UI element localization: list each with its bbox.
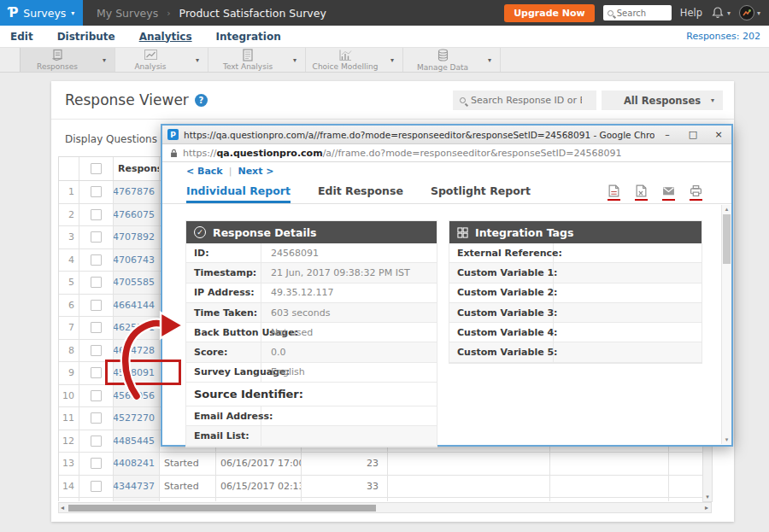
excel-document-icon <box>636 184 647 197</box>
response-details-panel: ✓ Response Details ID:24568091 Timestamp… <box>185 220 437 447</box>
row-checkbox[interactable] <box>91 277 102 288</box>
choice-modelling-icon <box>338 49 353 61</box>
table-row: 1324408241Started06/16/2017 17:00:2023 <box>59 453 710 476</box>
surveys-product-menu[interactable]: Ƥ Surveys ▾ <box>0 0 83 26</box>
row-checkbox[interactable] <box>91 322 102 333</box>
response-id-link[interactable]: 24664144 <box>114 295 160 317</box>
response-search[interactable] <box>453 91 596 110</box>
page-url: https://qa.questionpro.com/a//frame.do?m… <box>183 148 621 159</box>
notifications-menu[interactable]: ▾ <box>711 6 731 20</box>
tab-edit-response[interactable]: Edit Response <box>318 184 403 203</box>
response-id-link[interactable]: 24625131 <box>114 317 160 339</box>
next-link[interactable]: Next > <box>238 166 273 177</box>
table-row: 1524173145Started06/14/2017 12:04:4521 <box>59 498 710 501</box>
response-editor-window: P https://qa.questionpro.com/a//frame.do… <box>161 124 733 447</box>
toolbar-text-analysis[interactable]: Text Analysis ▾ <box>211 48 306 72</box>
response-id-link[interactable]: 24485445 <box>114 430 160 453</box>
text-analysis-icon <box>242 49 254 61</box>
row-checkbox[interactable] <box>91 390 102 401</box>
chevron-down-icon[interactable]: ▾ <box>187 56 208 64</box>
response-id-link[interactable]: 24705585 <box>114 272 160 294</box>
chevron-down-icon: ▾ <box>757 9 760 17</box>
scroll-left-icon[interactable]: ◂ <box>61 504 64 512</box>
response-id-link[interactable]: 24527270 <box>114 407 160 430</box>
toolbar-manage-data[interactable]: Manage Data ▾ <box>406 48 501 72</box>
account-menu[interactable]: ▾ <box>739 5 760 20</box>
avatar <box>739 5 754 20</box>
chevron-down-icon[interactable]: ▾ <box>479 56 500 64</box>
scroll-down-icon[interactable]: ▾ <box>722 436 731 443</box>
row-checkbox[interactable] <box>91 345 102 356</box>
scrollbar-thumb[interactable] <box>723 214 731 264</box>
maximize-button[interactable]: □ <box>680 126 706 143</box>
chevron-down-icon: ▾ <box>71 9 74 17</box>
scroll-down-icon[interactable]: ▾ <box>703 494 712 500</box>
responses-icon <box>50 49 65 61</box>
row-checkbox[interactable] <box>91 367 102 378</box>
chevron-down-icon[interactable]: ▾ <box>382 56 402 64</box>
individual-report-page: < Back|Next > Individual Report Edit Res… <box>162 162 731 444</box>
tab-individual-report[interactable]: Individual Report <box>186 184 291 203</box>
help-icon[interactable]: ? <box>195 94 208 107</box>
scrollbar-thumb[interactable] <box>68 505 376 512</box>
minimize-button[interactable]: – <box>655 126 680 143</box>
response-id-link[interactable]: 24344737 <box>114 476 160 498</box>
lock-icon <box>170 149 178 158</box>
close-button[interactable]: × <box>706 126 731 143</box>
chevron-down-icon[interactable]: ▾ <box>94 56 114 64</box>
response-id-link[interactable]: 24766075 <box>114 204 160 226</box>
upgrade-now-button[interactable]: Upgrade Now <box>504 4 595 22</box>
row-checkbox[interactable] <box>91 231 102 243</box>
row-checkbox[interactable] <box>91 254 102 266</box>
row-checkbox[interactable] <box>91 209 102 220</box>
toolbar-analysis[interactable]: Analysis ▾ <box>114 48 208 72</box>
database-icon <box>437 49 449 62</box>
responses-count-link[interactable]: Responses: 202 <box>686 31 760 42</box>
nav-distribute[interactable]: Distribute <box>57 31 115 43</box>
response-id-link[interactable]: 24707892 <box>114 226 160 248</box>
response-id-link[interactable]: 24568056 <box>114 385 160 407</box>
row-checkbox[interactable] <box>91 436 102 447</box>
nav-edit[interactable]: Edit <box>10 31 33 43</box>
response-id-link[interactable]: 24173145 <box>114 498 160 501</box>
row-checkbox[interactable] <box>91 458 102 469</box>
response-id-header[interactable]: Response ID ▲ <box>114 157 160 180</box>
breadcrumb-my-surveys[interactable]: My Surveys <box>97 7 158 20</box>
address-bar[interactable]: https://qa.questionpro.com/a//frame.do?m… <box>162 144 731 162</box>
row-checkbox[interactable] <box>91 481 102 492</box>
select-all-checkbox[interactable] <box>91 163 102 174</box>
row-checkbox[interactable] <box>91 412 102 424</box>
export-pdf-button[interactable] <box>608 184 620 202</box>
response-filter-dropdown[interactable]: All Responses ▾ <box>602 91 723 110</box>
global-search[interactable] <box>603 5 672 20</box>
scroll-up-icon[interactable]: ▴ <box>722 206 731 213</box>
row-checkbox[interactable] <box>91 300 102 311</box>
questionpro-logo-icon: Ƥ <box>9 5 19 20</box>
scroll-right-icon[interactable]: ▸ <box>705 504 708 512</box>
popup-scrollbar[interactable]: ▴ ▾ <box>721 205 731 444</box>
response-id-link[interactable]: 24767876 <box>114 181 160 203</box>
response-id-link[interactable]: 24568091 <box>114 362 160 384</box>
printer-icon <box>690 184 702 197</box>
email-report-button[interactable] <box>662 184 675 202</box>
global-search-input[interactable] <box>617 9 664 18</box>
response-id-link[interactable]: 24604728 <box>114 340 160 362</box>
response-search-input[interactable] <box>471 95 582 106</box>
toolbar-choice-modelling[interactable]: Choice Modelling ▾ <box>308 48 403 72</box>
response-id-link[interactable]: 24706743 <box>114 249 160 272</box>
tab-spotlight-report[interactable]: Spotlight Report <box>431 184 531 203</box>
export-excel-button[interactable] <box>635 184 648 202</box>
response-id-link[interactable]: 24408241 <box>114 453 160 475</box>
nav-analytics[interactable]: Analytics <box>139 31 192 43</box>
chevron-down-icon: ▾ <box>711 96 714 104</box>
print-button[interactable] <box>690 184 702 202</box>
window-titlebar[interactable]: P https://qa.questionpro.com/a//frame.do… <box>162 126 731 144</box>
back-link[interactable]: < Back <box>186 166 223 177</box>
nav-integration[interactable]: Integration <box>216 31 281 43</box>
row-checkbox[interactable] <box>91 186 102 197</box>
table-horizontal-scrollbar[interactable]: ◂ ▸ <box>58 502 712 513</box>
help-link[interactable]: Help <box>680 7 702 19</box>
chevron-right-icon: › <box>167 8 170 19</box>
toolbar-responses[interactable]: Responses ▾ <box>20 48 115 72</box>
chevron-down-icon[interactable]: ▾ <box>285 56 305 64</box>
